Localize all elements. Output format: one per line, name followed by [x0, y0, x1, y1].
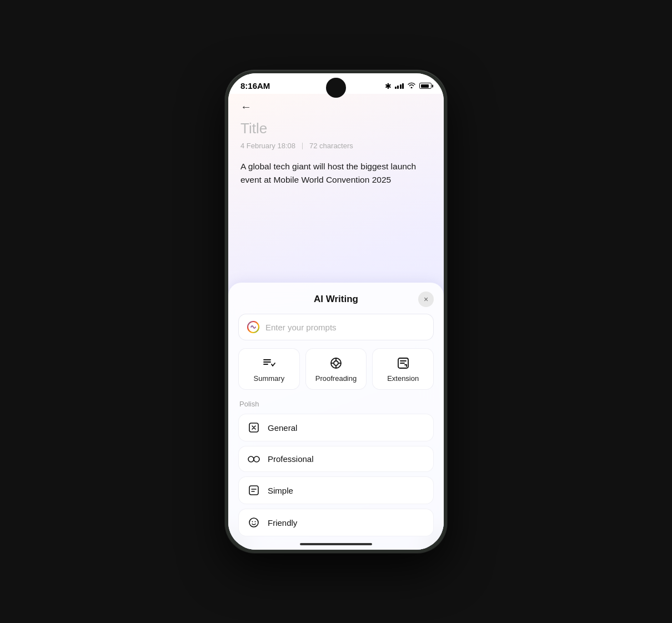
panel-header: AI Writing × [238, 294, 434, 305]
polish-list: General Professional [238, 414, 434, 536]
battery-icon [419, 83, 432, 89]
home-indicator [300, 543, 372, 545]
back-button[interactable]: ← [240, 101, 432, 113]
friendly-label: Friendly [268, 518, 297, 527]
content-area: ← Title 4 February 18:08 72 characters A… [228, 94, 444, 550]
svg-point-21 [255, 521, 256, 522]
ai-writing-panel: AI Writing × [228, 283, 444, 550]
svg-point-15 [254, 456, 259, 462]
document-meta: 4 February 18:08 72 characters [240, 142, 432, 150]
polish-simple-item[interactable]: Simple [238, 476, 434, 504]
svg-point-14 [248, 456, 254, 462]
meta-divider [302, 143, 303, 149]
summary-button[interactable]: Summary [238, 348, 300, 390]
extension-label: Extension [387, 374, 419, 383]
proofreading-icon [329, 356, 343, 370]
friendly-icon [248, 517, 260, 528]
general-icon [248, 422, 260, 433]
svg-point-20 [252, 521, 253, 522]
feature-buttons-row: Summary Proofreading [238, 348, 434, 390]
professional-label: Professional [268, 454, 314, 464]
prompt-input-wrapper[interactable]: Enter your prompts [238, 314, 434, 340]
simple-icon [248, 485, 260, 496]
summary-icon [262, 356, 275, 370]
extension-icon [397, 356, 410, 370]
general-label: General [268, 423, 297, 433]
polish-professional-item[interactable]: Professional [238, 446, 434, 472]
proofreading-button[interactable]: Proofreading [305, 348, 367, 390]
notch [326, 78, 346, 98]
ai-swirl-icon [247, 320, 260, 334]
prompt-placeholder: Enter your prompts [265, 323, 337, 332]
bluetooth-icon: ✱ [385, 82, 392, 91]
polish-section-label: Polish [238, 400, 434, 408]
svg-rect-16 [249, 486, 258, 495]
svg-point-5 [334, 361, 338, 365]
simple-label: Simple [268, 486, 293, 495]
page-content: ← Title 4 February 18:08 72 characters A… [228, 94, 444, 187]
extension-button[interactable]: Extension [372, 348, 434, 390]
svg-point-19 [249, 518, 258, 527]
panel-title: AI Writing [314, 294, 358, 305]
document-title: Title [240, 120, 432, 137]
document-text: A global tech giant will host the bigges… [240, 160, 432, 187]
summary-label: Summary [254, 374, 285, 383]
status-time: 8:16AM [240, 81, 270, 91]
phone-screen: 8:16AM ✱ ← [228, 73, 444, 550]
polish-general-item[interactable]: General [238, 414, 434, 441]
proofreading-label: Proofreading [315, 374, 357, 383]
wifi-icon [407, 82, 416, 90]
professional-icon [248, 455, 260, 463]
status-icons: ✱ [385, 82, 432, 91]
document-chars: 72 characters [309, 142, 353, 150]
phone-device: 8:16AM ✱ ← [225, 70, 447, 553]
document-date: 4 February 18:08 [240, 142, 295, 150]
polish-friendly-item[interactable]: Friendly [238, 509, 434, 536]
close-button[interactable]: × [418, 292, 434, 307]
signal-icon [395, 83, 404, 89]
